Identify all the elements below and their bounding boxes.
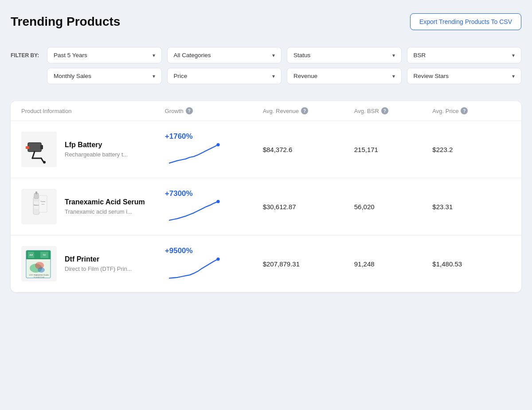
svg-text:amic: amic [42, 203, 45, 205]
avg-revenue-printer: $207,879.31 [263, 260, 354, 268]
chevron-down-icon: ▾ [392, 73, 395, 79]
growth-cell-serum: +7300% [165, 189, 263, 224]
table-header: Product Information Growth ? Avg. Revenu… [11, 101, 521, 121]
growth-chart-serum [165, 200, 223, 224]
svg-text:Tranex: Tranex [41, 201, 46, 203]
th-avg-price-label: Avg. Price [432, 108, 458, 114]
product-text-serum: Tranexamic Acid Serum Tranexamic acid se… [65, 198, 145, 215]
filter-time[interactable]: Past 5 Years ▾ [47, 47, 162, 63]
svg-rect-0 [28, 143, 41, 152]
filter-monthly-sales[interactable]: Monthly Sales ▾ [47, 68, 162, 84]
chevron-down-icon: ▾ [512, 52, 515, 59]
product-name-lfp: Lfp Battery [65, 141, 128, 149]
page-title: Trending Products [11, 15, 120, 29]
filter-time-label: Past 5 Years [54, 52, 87, 59]
th-product: Product Information [21, 107, 165, 114]
product-info-printer: A4 50 DTF TRANSFER FILMS 50 SHEETS A4 [21, 246, 165, 281]
svg-point-16 [216, 200, 219, 203]
growth-cell-lfp: +1760% [165, 132, 263, 167]
growth-value-printer: +9500% [165, 246, 193, 255]
th-product-label: Product Information [21, 108, 71, 114]
growth-chart-lfp [165, 143, 223, 167]
th-avg-price: Avg. Price ? [432, 107, 511, 114]
filters-section: FILTER BY: Past 5 Years ▾ All Categories… [11, 43, 521, 93]
growth-help-icon[interactable]: ? [186, 107, 193, 114]
product-info-lfp: Lfp Battery Rechargeable battery t... [21, 132, 165, 167]
table-row: Serum Tranex amic Tranexamic Acid Serum … [11, 178, 521, 235]
avg-price-serum: $23.31 [432, 203, 511, 211]
svg-text:Serum: Serum [34, 204, 39, 206]
filter-price[interactable]: Price ▾ [167, 68, 282, 84]
th-growth: Growth ? [165, 107, 263, 114]
avg-price-help-icon[interactable]: ? [461, 107, 468, 114]
growth-chart-printer [165, 257, 223, 281]
avg-bsr-help-icon[interactable]: ? [381, 107, 388, 114]
chevron-down-icon: ▾ [153, 52, 155, 59]
product-desc-lfp: Rechargeable battery t... [65, 151, 128, 158]
filter-dropdowns-row1: Past 5 Years ▾ All Categories ▾ Status ▾… [47, 47, 521, 63]
svg-point-5 [43, 161, 46, 164]
growth-value-serum: +7300% [165, 189, 193, 198]
th-growth-label: Growth [165, 108, 184, 114]
page-container: Trending Products Export Trending Produc… [0, 0, 532, 305]
svg-text:DTF TRANSFER FILMS: DTF TRANSFER FILMS [29, 274, 49, 276]
th-avg-bsr-label: Avg. BSR [354, 108, 379, 114]
svg-point-30 [216, 257, 219, 260]
product-text-lfp: Lfp Battery Rechargeable battery t... [65, 141, 128, 158]
export-button[interactable]: Export Trending Products To CSV [410, 13, 521, 30]
product-desc-printer: Direct to Film (DTF) Prin... [65, 266, 132, 272]
products-table: Product Information Growth ? Avg. Revenu… [11, 101, 521, 292]
avg-revenue-lfp: $84,372.6 [263, 146, 354, 153]
filter-label: FILTER BY: [11, 52, 42, 59]
filter-row-2: Monthly Sales ▾ Price ▾ Revenue ▾ Review… [47, 68, 521, 84]
avg-bsr-lfp: 215,171 [354, 146, 433, 153]
svg-point-27 [38, 267, 45, 273]
table-row: Lfp Battery Rechargeable battery t... +1… [11, 121, 521, 178]
chevron-down-icon: ▾ [272, 73, 275, 79]
product-desc-serum: Tranexamic acid serum i... [65, 208, 145, 215]
avg-revenue-help-icon[interactable]: ? [301, 107, 308, 114]
avg-price-printer: $1,480.53 [432, 260, 511, 268]
growth-cell-printer: +9500% [165, 246, 263, 281]
filter-revenue[interactable]: Revenue ▾ [287, 68, 402, 84]
avg-bsr-printer: 91,248 [354, 260, 433, 268]
avg-revenue-serum: $30,612.87 [263, 203, 354, 211]
table-row: A4 50 DTF TRANSFER FILMS 50 SHEETS A4 [11, 235, 521, 292]
filter-status-label: Status [293, 52, 310, 59]
product-image-serum: Serum Tranex amic [21, 189, 57, 224]
svg-point-7 [216, 143, 219, 146]
svg-line-2 [32, 152, 35, 158]
filter-review-stars[interactable]: Review Stars ▾ [407, 68, 522, 84]
chevron-down-icon: ▾ [272, 52, 275, 59]
filter-price-label: Price [174, 73, 188, 79]
svg-rect-10 [35, 191, 37, 194]
product-name-printer: Dtf Printer [65, 255, 132, 263]
filter-monthly-sales-label: Monthly Sales [54, 73, 91, 79]
filter-status[interactable]: Status ▾ [287, 47, 402, 63]
filter-categories[interactable]: All Categories ▾ [167, 47, 282, 63]
product-image-lfp [21, 132, 57, 167]
svg-line-4 [41, 158, 43, 162]
svg-rect-1 [40, 145, 43, 149]
filter-bsr-label: BSR [414, 52, 426, 59]
product-image-printer: A4 50 DTF TRANSFER FILMS 50 SHEETS A4 [21, 246, 57, 281]
filter-row-1: FILTER BY: Past 5 Years ▾ All Categories… [11, 47, 521, 63]
svg-text:50: 50 [43, 254, 46, 256]
th-avg-revenue-label: Avg. Revenue [263, 108, 299, 114]
product-name-serum: Tranexamic Acid Serum [65, 198, 145, 206]
avg-price-lfp: $223.2 [432, 146, 511, 153]
product-text-printer: Dtf Printer Direct to Film (DTF) Prin... [65, 255, 132, 272]
svg-rect-6 [26, 146, 29, 149]
filter-bsr[interactable]: BSR ▾ [407, 47, 522, 63]
filter-revenue-label: Revenue [293, 73, 317, 79]
th-avg-revenue: Avg. Revenue ? [263, 107, 354, 114]
th-avg-bsr: Avg. BSR ? [354, 107, 433, 114]
filter-categories-label: All Categories [174, 52, 211, 59]
product-info-serum: Serum Tranex amic Tranexamic Acid Serum … [21, 189, 165, 224]
svg-text:50 SHEETS A4: 50 SHEETS A4 [34, 277, 44, 278]
growth-value-lfp: +1760% [165, 132, 193, 141]
chevron-down-icon: ▾ [153, 73, 155, 79]
svg-text:A4: A4 [29, 254, 33, 256]
filter-review-stars-label: Review Stars [414, 73, 449, 79]
chevron-down-icon: ▾ [392, 52, 395, 59]
